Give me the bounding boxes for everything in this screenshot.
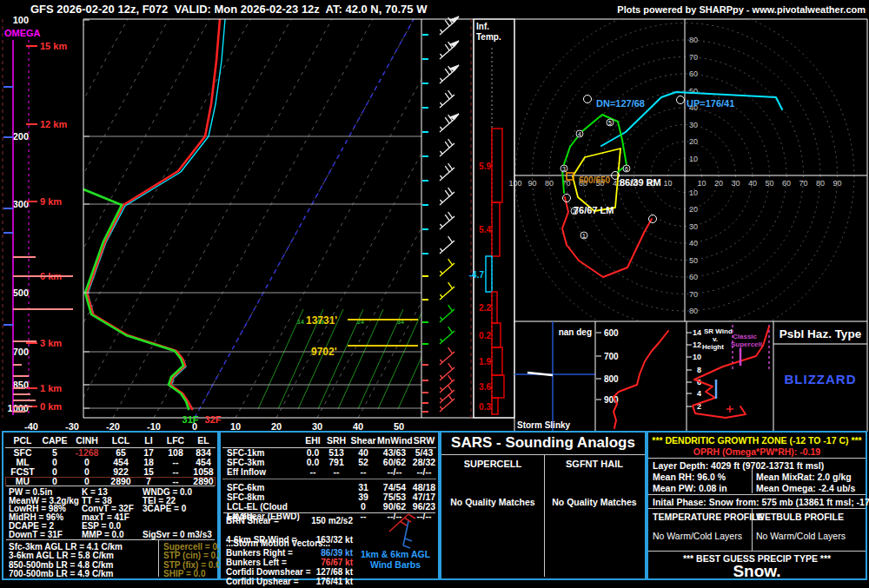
pressure-label: 300 (13, 199, 29, 209)
barb-half-flag (441, 375, 443, 378)
barb-half-flag (441, 248, 443, 251)
dgz-layer-depth: Layer Depth: 4029 ft (9702-13731 ft msl) (653, 460, 824, 471)
wind-barb (440, 163, 454, 181)
hodograph-annotation: DN=127/68 (596, 98, 645, 109)
kinematics-header-cell (222, 436, 302, 447)
thermo-panel: PCLCAPECINHLCLLILFCELSFC5-12686517108834… (2, 431, 219, 580)
thermo-stats-col3: WNDG = 0.0TEI = 223CAPE = 0 SigSvr = 0 m… (143, 488, 212, 538)
kinematics-cell: -- (323, 467, 349, 477)
temp-profile-value: No Warm/Cold Layers (653, 531, 742, 541)
wetbulb-profile-title: WETBULB PROFILE (756, 512, 844, 522)
pressure-label: 200 (13, 131, 29, 142)
isotherm-line (154, 19, 373, 418)
barb-half-flag (441, 339, 443, 341)
thermo-stats-col2: K = 13TT = 38ConvT = 32FmaxT = 41FESP = … (82, 488, 134, 538)
barb-half-flag (441, 294, 443, 297)
barb-half-flag (441, 271, 443, 274)
barb-half-flag (441, 54, 443, 56)
ring-label: 20 (689, 205, 698, 214)
advection-box (492, 202, 500, 256)
theta-e-curve (614, 331, 668, 428)
severe-index-item: SHIP = 0.0 (163, 570, 224, 578)
barb-pennant (450, 114, 459, 119)
advection-value: 5.4 (479, 225, 491, 235)
height-marker-label: 1 (582, 233, 586, 239)
ring-label: 80 (689, 307, 698, 315)
omega-axis-label: OMEGA (4, 28, 41, 38)
wind-barb (440, 327, 454, 344)
sr-wind-tick-label: 10 (693, 353, 701, 361)
barb-half-flag (441, 102, 443, 105)
sars-title: SARS - Sounding Analogs (441, 434, 645, 452)
isotherm-line (0, 19, 169, 418)
storm-motion-marker (677, 96, 685, 104)
barb-caption-line2: Wind Barbs (353, 559, 438, 570)
parcel-header-cell: LCL (104, 436, 137, 447)
barb-flag (448, 90, 453, 96)
kinematics-table: EHISRHShearMnWindSRWSFC-1km0.05134043/63… (222, 436, 436, 521)
sr-wind-tick-label: 12 (693, 340, 701, 349)
barb-half-flag (441, 398, 443, 400)
brn-shear-value: 150 m2/s2 (290, 516, 353, 525)
dewpoint-curve (43, 19, 189, 409)
barb-flag (445, 166, 449, 172)
storm-motion-label: Corfidi Upshear = (226, 577, 299, 586)
theta-e-tick-label: 700 (604, 352, 619, 361)
isotherm-line (0, 19, 46, 418)
theta-e-inset: 600700800900 (596, 321, 687, 432)
parcel-row: SFC5-12686517108834 (5, 448, 216, 458)
km-label: 15 km (40, 41, 67, 51)
ring-label: 60 (782, 179, 791, 188)
red-barb-glyph (389, 514, 415, 532)
sr-wind-tick-label: 14 (693, 328, 701, 337)
sr-wind-tick-label: 8 (697, 366, 701, 374)
storm-motion-value: 76/67 kt (290, 558, 353, 567)
hodograph-annotation: 600/650 (579, 175, 611, 185)
thermo-stat: SigSvr = 0 m3/s3 (143, 531, 212, 539)
wind-barb-icon (382, 511, 422, 549)
parcel-header-cell: EL (191, 436, 216, 447)
storm-motion-marker (584, 96, 592, 103)
isotherm-line (0, 19, 5, 418)
dgz-title: *** DENDRITIC GROWTH ZONE (-12 TO -17 C)… (648, 435, 866, 446)
ring-label: 40 (689, 239, 698, 248)
barb-half-flag (441, 317, 443, 320)
temperature-curve (87, 19, 220, 409)
wind-barb (440, 259, 454, 276)
barb-flag (445, 44, 449, 50)
slinky-angle-value: nan deg (559, 327, 592, 337)
isotherm-line (317, 19, 536, 418)
barb-flag (448, 347, 453, 353)
ring-label: 70 (689, 290, 698, 299)
advection-value: 0.3 (479, 402, 491, 412)
kinematics-header-row: EHISRHShearMnWindSRW (222, 436, 436, 448)
hodograph-annotation: 76/67 LM (574, 205, 614, 215)
sr-wind-tick-label: 4 (697, 389, 701, 398)
ring-label: 80 (545, 179, 554, 188)
barb-flag (448, 363, 453, 369)
barb-caption-line1: 1km & 6km AGL (353, 549, 438, 559)
sars-supercell-header: SUPERCELL (441, 459, 544, 469)
storm-motion-value: 127/68 kt (290, 567, 353, 577)
height-marker-label: 4 (578, 131, 581, 137)
ring-label: 10 (663, 179, 672, 188)
wind-barb (440, 212, 454, 229)
barb-half-flag (441, 78, 443, 81)
isotherm-line (358, 19, 577, 418)
isotherm-line (0, 19, 128, 418)
wind-barb (440, 363, 454, 380)
barb-flag (448, 236, 453, 242)
km-label: 0 km (40, 401, 62, 412)
kinematics-cell (302, 492, 323, 502)
ring-label: 30 (731, 179, 740, 188)
sars-panel: SARS - Sounding Analogs SUPERCELL SGFNT … (440, 431, 647, 580)
advection-value: -4.7 (469, 270, 485, 280)
barb-half-flag (441, 406, 443, 409)
severe-indices-list: Supercell = 0.0STP (cin) = 0.0STP (fix) … (163, 543, 224, 578)
isotherm-line (276, 19, 495, 418)
advection-value: 2.2 (479, 303, 491, 313)
barb-flag (448, 259, 453, 265)
advection-value: 3.6 (479, 382, 491, 392)
isotherm-line (113, 19, 332, 418)
barb-flag (448, 375, 453, 381)
